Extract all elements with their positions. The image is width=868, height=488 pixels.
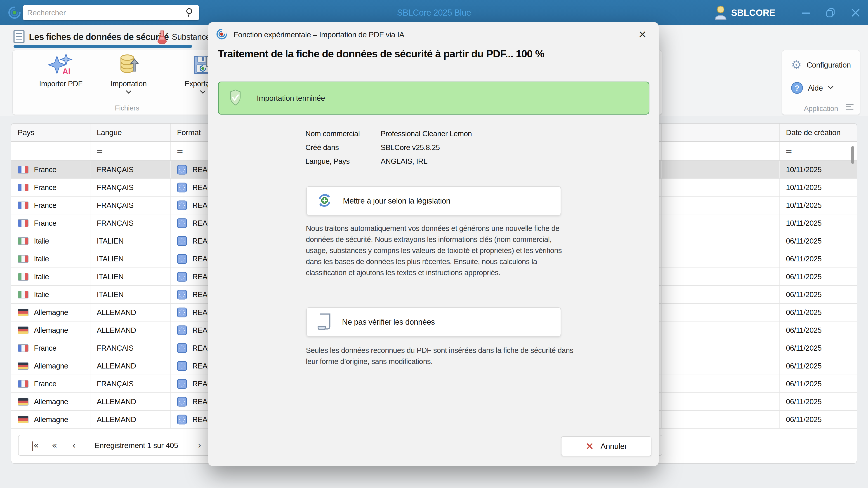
skip-button-label: Ne pas vérifier les données	[342, 318, 435, 326]
filter-blank[interactable]	[662, 142, 780, 160]
country-cell: France	[11, 215, 90, 232]
flask-icon	[156, 30, 168, 44]
shield-check-icon	[229, 89, 242, 107]
eu-flag-icon	[177, 272, 187, 282]
country-flag-icon	[18, 237, 29, 245]
dialog-close-button[interactable]: ✕	[635, 27, 650, 42]
blank-cell	[662, 197, 780, 214]
column-header-blank	[662, 124, 780, 141]
search-box[interactable]	[23, 5, 199, 20]
column-header-langue[interactable]: Langue	[90, 124, 170, 141]
close-window-button[interactable]	[843, 0, 868, 25]
pdf-import-dialog: Fonction expérimentale – Importation de …	[208, 22, 659, 466]
date-cell: 06/11/2025	[780, 286, 849, 303]
status-text: Importation terminée	[257, 94, 325, 103]
eu-flag-icon	[177, 361, 187, 371]
database-import-icon	[118, 54, 139, 75]
help-button[interactable]: ? Aide	[791, 82, 834, 94]
dialog-heading: Traitement de la fiche de données de séc…	[218, 48, 544, 60]
blank-cell	[662, 250, 780, 267]
language-cell: ALLEMAND	[90, 322, 170, 339]
configuration-button[interactable]: ⚙ Configuration	[791, 58, 851, 72]
minimize-button[interactable]	[794, 0, 818, 25]
language-cell: ITALIEN	[90, 232, 170, 250]
restore-button[interactable]	[818, 0, 843, 25]
prev-record-button[interactable]: ‹	[64, 440, 83, 451]
date-cell: 10/11/2025	[780, 215, 849, 232]
cancel-button[interactable]: ✕ Annuler	[561, 436, 651, 456]
country-cell: Italie	[11, 286, 90, 303]
blank-cell	[662, 232, 780, 250]
column-header-date[interactable]: Date de création	[780, 124, 849, 141]
update-legislation-button[interactable]: Mettre à jour selon la législation	[306, 186, 561, 216]
search-icon[interactable]	[185, 7, 195, 18]
filter-pays[interactable]	[11, 142, 90, 160]
eu-flag-icon	[177, 254, 187, 264]
language-cell: FRANÇAIS	[90, 161, 170, 178]
language-cell: ALLEMAND	[90, 304, 170, 321]
country-flag-icon	[18, 416, 29, 423]
app-logo-icon	[8, 6, 21, 20]
document-list-icon	[13, 30, 25, 44]
filter-langue[interactable]: =	[90, 142, 170, 160]
country-flag-icon	[18, 201, 29, 209]
importation-button[interactable]: Importation	[95, 54, 162, 95]
eu-flag-icon	[177, 379, 187, 389]
scrollbar-thumb[interactable]	[851, 146, 854, 164]
tab-substances[interactable]: Substances	[156, 25, 214, 48]
date-cell: 06/11/2025	[780, 232, 849, 250]
detail-value: ANGLAIS, IRL	[381, 157, 428, 166]
detail-label: Langue, Pays	[305, 157, 381, 166]
group-options-icon[interactable]	[846, 103, 854, 111]
chevron-down-icon	[828, 86, 834, 90]
first-record-button[interactable]: |«	[25, 440, 44, 451]
next-record-button[interactable]: ›	[189, 440, 209, 451]
country-flag-icon	[18, 326, 29, 334]
date-cell: 06/11/2025	[780, 250, 849, 267]
update-button-label: Mettre à jour selon la législation	[343, 196, 450, 205]
blank-cell	[662, 179, 780, 196]
country-cell: France	[11, 375, 90, 392]
account-button[interactable]: SBLCORE	[713, 4, 775, 21]
blank-cell	[662, 322, 780, 339]
tab-label: Les fiches de données de sécurité	[29, 32, 168, 42]
document-scroll-icon	[317, 313, 332, 331]
country-flag-icon	[18, 344, 29, 352]
account-name: SBLCORE	[731, 8, 775, 18]
fast-prev-button[interactable]: «	[44, 440, 64, 451]
country-cell: Allemagne	[11, 304, 90, 321]
country-cell: France	[11, 197, 90, 214]
skip-verification-button[interactable]: Ne pas vérifier les données	[306, 307, 561, 337]
blank-cell	[662, 357, 780, 375]
title-bar: SBLCore 2025 Blue SBLCORE	[0, 0, 868, 25]
date-cell: 10/11/2025	[780, 179, 849, 196]
country-flag-icon	[18, 398, 29, 405]
country-cell: Allemagne	[11, 411, 90, 428]
table-scrollbar[interactable]	[850, 143, 855, 454]
search-input[interactable]	[27, 8, 185, 17]
ribbon-button-label: Importation	[111, 79, 147, 88]
date-cell: 06/11/2025	[780, 411, 849, 428]
country-flag-icon	[18, 219, 29, 227]
gear-icon: ⚙	[791, 58, 802, 72]
filter-date[interactable]: =	[780, 142, 849, 160]
country-flag-icon	[18, 184, 29, 191]
svg-text:AI: AI	[62, 67, 70, 75]
dialog-title: Fonction expérimentale – Importation de …	[234, 30, 404, 39]
date-cell: 06/11/2025	[780, 339, 849, 357]
eu-flag-icon	[177, 183, 187, 193]
country-cell: Allemagne	[11, 322, 90, 339]
column-header-pays[interactable]: Pays	[11, 124, 90, 141]
update-sync-icon	[317, 193, 333, 209]
date-cell: 06/11/2025	[780, 304, 849, 321]
eu-flag-icon	[177, 415, 187, 424]
language-cell: FRANÇAIS	[90, 375, 170, 392]
import-details: Nom commercial Professional Cleaner Lemo…	[305, 127, 472, 168]
eu-flag-icon	[177, 325, 187, 335]
blank-cell	[662, 215, 780, 232]
language-cell: FRANÇAIS	[90, 179, 170, 196]
detail-value: Professional Cleaner Lemon	[381, 129, 472, 138]
blank-cell	[662, 393, 780, 410]
import-pdf-button[interactable]: AI Importer PDF	[27, 54, 95, 88]
date-cell: 06/11/2025	[780, 322, 849, 339]
